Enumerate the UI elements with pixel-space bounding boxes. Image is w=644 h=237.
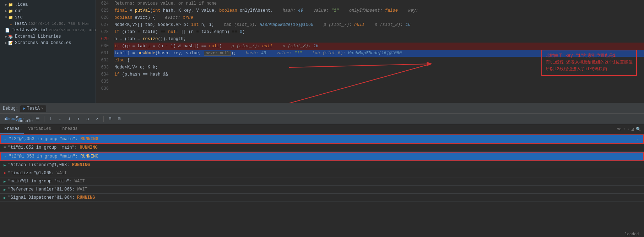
sidebar-item-idea[interactable]: ▶ 📁 .idea: [0, 1, 96, 8]
frame-label-1: "t2"@1,053 in group "main": RUNNING: [9, 137, 98, 142]
toolbar-separator3: [103, 116, 104, 122]
memory-button[interactable]: ⊟: [115, 115, 123, 123]
frame-item-finalizer[interactable]: ● "Finalizer"@1,065: WAIT: [0, 169, 644, 177]
frame-item-t2-selected[interactable]: ✓ "t2"@1,053 in group "main": RUNNING ▾: [0, 134, 644, 144]
frame-label-2: "t1"@1,052 in group "main": RUNNING: [8, 145, 98, 150]
code-line-633: if (p.hash == hash &&: [114, 71, 644, 78]
lib-icon: 📚: [8, 34, 13, 39]
sidebar-label-idea: .idea: [15, 2, 28, 7]
bottom-status: loaded.: [625, 232, 641, 236]
code-editor: 624 625 626 627 628 629 630 631 632 633 …: [96, 0, 644, 103]
stop-icon: ●: [4, 171, 6, 175]
sidebar-item-scratches[interactable]: ▶ 📝 Scratches and Consoles: [0, 40, 96, 46]
expand-arrow-icon: ▶: [5, 34, 7, 39]
play-icon4: ▶: [4, 195, 6, 200]
tab-frames[interactable]: Frames: [0, 124, 24, 134]
debug-run-icon: ▶: [23, 106, 26, 111]
sidebar-label-extlibs: External Libraries: [15, 34, 61, 39]
eq-icon: ≡: [4, 145, 6, 150]
search-icon[interactable]: 🔍: [636, 127, 641, 132]
play-icon3: ▶: [4, 187, 6, 192]
debug-toolbar: ▶ Debugger ▶ Console ☰ ↑ ↓ ⬇ ↥ ↺ ↗ ⊞ ⊟: [0, 114, 644, 124]
step-out-button[interactable]: ⬇: [65, 115, 73, 123]
check-icon: ✓: [4, 137, 7, 142]
frame-item-t2-blue[interactable]: ✓ "t2"@1,053 in group "main": RUNNING: [0, 152, 644, 161]
frame-item-refhandler[interactable]: ▶ "Reference Handler"@1,066: WAIT: [0, 186, 644, 194]
debug-tab-close[interactable]: ×: [41, 106, 44, 111]
xml-file-icon: 📄: [5, 28, 10, 33]
tab-variables[interactable]: Variables: [24, 124, 55, 134]
java-file-icon: ☕: [10, 22, 12, 26]
play-icon2: ▶: [4, 179, 6, 184]
code-content: Returns: previous value, or null if none…: [112, 0, 644, 103]
code-line-625: boolean evict) { evict: true: [114, 14, 644, 21]
debug-tab-title: Debug:: [3, 106, 18, 111]
filter-icon[interactable]: ⊿: [631, 127, 634, 132]
toolbar-separator: [31, 116, 31, 122]
code-line-624: final V putVal(int hash, K key, V value,…: [114, 7, 644, 14]
sidebar-label-src: src: [15, 15, 23, 20]
up-nav-icon[interactable]: ↑: [623, 127, 626, 132]
line-numbers: 624 625 626 627 628 629 630 631 632 633 …: [96, 0, 112, 103]
menu-button[interactable]: ☰: [34, 115, 42, 123]
frame-label-7: "Reference Handler"@1,066: WAIT: [8, 187, 87, 192]
code-line-626: Node<K,V>[] tab; Node<K,V> p; int n, i; …: [114, 21, 644, 28]
toolbar-separator2: [44, 116, 44, 122]
debug-panel: Debug: ▶ TestA × ▶ Debugger ▶ Console ☰ …: [0, 103, 644, 237]
code-line-628: n = (tab = resize()).length;: [114, 35, 644, 43]
debug-tab-bar: Debug: ▶ TestA ×: [0, 104, 644, 114]
expand-arrow-icon: ▶: [5, 9, 7, 13]
code-line-629: if ((p = tab[i = (n - 1) & hash]) == nul…: [114, 43, 644, 50]
sidebar-label-scratches: Scratches and Consoles: [15, 40, 71, 45]
frame-label-4: "Attach Listener"@1,063: RUNNING: [8, 162, 90, 167]
sidebar-item-testa[interactable]: ☕ TestA 2024/6/14 16:59, 789 B Mom: [0, 21, 96, 27]
sidebar-item-src[interactable]: ▼ 📁 src: [0, 14, 96, 21]
sidebar-label-iml: TestJavaSE.iml: [12, 28, 48, 33]
code-line-627: if ((tab = table) == null || (n = tab.le…: [114, 28, 644, 35]
debug-label: Debug:: [3, 106, 18, 111]
run-to-cursor-button[interactable]: ↥: [75, 115, 82, 123]
check-icon2: ✓: [4, 154, 7, 159]
file-meta-iml: 2024/5/30 14:20, 433 l: [49, 28, 96, 32]
frame-item-t1[interactable]: ≡ "t1"@1,052 in group "main": RUNNING: [0, 144, 644, 152]
code-line-header: Returns: previous value, or null if none: [114, 0, 644, 7]
down-nav-icon[interactable]: ↓: [627, 127, 629, 132]
debug-sub-tabs-row: Frames Variables Threads Me ↑ ↓ ⊿ 🔍: [0, 124, 644, 134]
sidebar-item-iml[interactable]: 📄 TestJavaSE.iml 2024/5/30 14:20, 433 l: [0, 27, 96, 33]
folder-icon: 📁: [8, 15, 13, 20]
expand-arrow-icon: ▶: [5, 41, 7, 45]
code-line-631: else {: [114, 57, 644, 64]
expand-arrow-icon: ▶: [5, 2, 7, 7]
me-label: Me: [617, 127, 621, 131]
dropdown-arrow-icon[interactable]: ▾: [637, 137, 639, 142]
code-line-632: Node<K,V> e; K k;: [114, 64, 644, 71]
debug-right-controls: Me ↑ ↓ ⊿ 🔍: [617, 127, 644, 132]
step-over-button[interactable]: ↑: [47, 115, 55, 123]
folder-icon: 📁: [8, 2, 13, 7]
code-line-630: tab[i] = newNode(hash, key, value, next:…: [114, 50, 644, 57]
folder-icon: 📁: [8, 9, 13, 13]
project-sidebar: ▶ 📁 .idea ▶ 📁 out ▼ 📁 src ☕ TestA 2024/6…: [0, 0, 96, 103]
play-icon: ▶: [4, 163, 6, 167]
frame-label-8: "Signal Dispatcher"@1,064: RUNNING: [8, 195, 95, 200]
debug-frames-list: ✓ "t2"@1,053 in group "main": RUNNING ▾ …: [0, 134, 644, 237]
sidebar-item-out[interactable]: ▶ 📁 out: [0, 8, 96, 14]
debug-sub-tabs: Frames Variables Threads: [0, 124, 82, 134]
sidebar-label-testa: TestA: [14, 21, 27, 26]
frame-item-attach[interactable]: ▶ "Attach Listener"@1,063: RUNNING: [0, 161, 644, 169]
file-meta-testa: 2024/6/14 16:59, 789 B Mom: [28, 22, 90, 26]
step-into-button[interactable]: ↓: [56, 115, 64, 123]
sidebar-item-extlibs[interactable]: ▶ 📚 External Libraries: [0, 33, 96, 40]
console-tab[interactable]: ▶ Console: [21, 115, 28, 123]
evaluate-button[interactable]: ↺: [84, 115, 92, 123]
expand-arrow-icon: ▼: [5, 16, 7, 20]
frame-label-6: "main"@1 in group "main": WAIT: [8, 179, 85, 184]
trace-button[interactable]: ↗: [93, 115, 101, 123]
frame-label-5: "Finalizer"@1,065: WAIT: [8, 171, 67, 176]
frame-item-main[interactable]: ▶ "main"@1 in group "main": WAIT: [0, 177, 644, 186]
tab-threads[interactable]: Threads: [55, 124, 82, 134]
scratch-icon: 📝: [8, 41, 13, 45]
debug-tab-name: TestA: [27, 106, 40, 111]
frame-item-signal[interactable]: ▶ "Signal Dispatcher"@1,064: RUNNING: [0, 194, 644, 202]
watches-button[interactable]: ⊞: [106, 115, 114, 123]
